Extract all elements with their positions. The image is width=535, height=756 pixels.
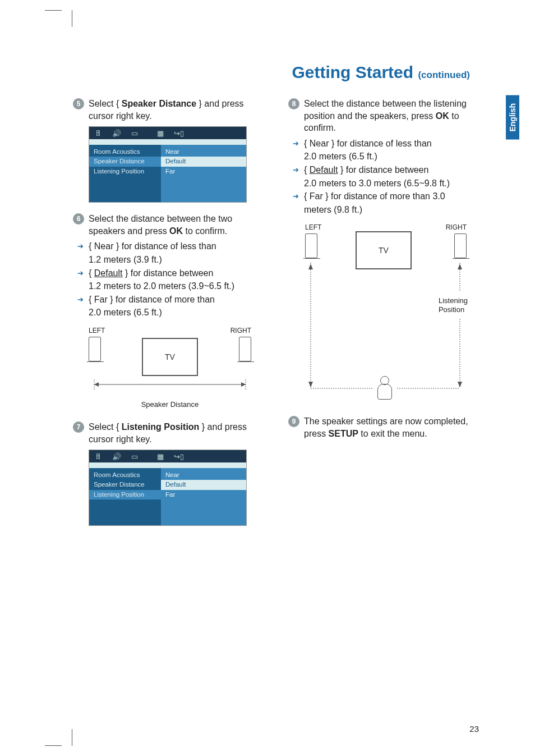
right-column: 8 Select the distance between the listen… xyxy=(288,98,485,536)
text-bold: OK xyxy=(436,111,449,121)
menu-tabs: 🎚 🔊 ▭ ▦ ↪▯ xyxy=(89,450,246,462)
text: 2.0 meters to 3.0 meters (6.5~9.8 ft.) xyxy=(288,177,485,190)
menu-item: Speaker Distance xyxy=(94,480,156,489)
step-7: 7 Select { Listening Position } and pres… xyxy=(73,421,269,445)
step-number: 6 xyxy=(73,213,84,224)
text-bold: Speaker Distance xyxy=(122,99,196,108)
label-left: LEFT xyxy=(89,327,105,335)
step-5: 5 Select { Speaker Distance } and press … xyxy=(73,98,269,122)
step-number: 5 xyxy=(73,98,84,109)
menu-option: Near xyxy=(165,147,242,157)
menu-right-panel: Near Default Far xyxy=(161,468,246,525)
bullet-far: { Far } for distance of more than 3.0 xyxy=(288,190,485,203)
page-number: 23 xyxy=(469,724,479,734)
title-text: Getting Started xyxy=(292,63,413,81)
diagram-speaker-distance: LEFT RIGHT TV Speaker Distance xyxy=(89,327,251,409)
step-number: 9 xyxy=(288,416,299,427)
crop-marks-bottom xyxy=(45,729,72,746)
menu-speaker-distance: 🎚 🔊 ▭ ▦ ↪▯ Room Acoustics Speaker Distan… xyxy=(89,126,247,203)
text: 2.0 meters (6.5 ft.) xyxy=(73,306,269,319)
text-bold: OK xyxy=(169,226,183,236)
menu-option-selected: Default xyxy=(161,480,246,489)
section-title: Getting Started (continued) xyxy=(73,63,485,82)
text-bold: SETUP xyxy=(329,429,358,438)
tab-icon: 🔊 xyxy=(112,129,121,138)
menu-option: Far xyxy=(165,167,242,176)
menu-item: Listening Position xyxy=(94,167,156,176)
diagram-listening-position: LEFT RIGHT TV ListeningPosition xyxy=(302,223,470,403)
menu-listening-position: 🎚 🔊 ▭ ▦ ↪▯ Room Acoustics Speaker Distan… xyxy=(89,450,247,526)
menu-right-panel: Near Default Far xyxy=(161,145,246,202)
tab-icon: 🎚 xyxy=(95,452,102,461)
text: to exit the menu. xyxy=(358,429,427,438)
menu-tabs: 🎚 🔊 ▭ ▦ ↪▯ xyxy=(89,127,246,139)
left-column: 5 Select { Speaker Distance } and press … xyxy=(73,98,269,536)
speaker-left-icon xyxy=(89,337,101,361)
menu-option-selected: Default xyxy=(161,157,246,166)
menu-left-panel: Room Acoustics Speaker Distance Listenin… xyxy=(89,145,161,202)
menu-option: Near xyxy=(165,470,242,480)
text-underlined: Default xyxy=(94,268,123,278)
text: } for distance between xyxy=(338,165,429,175)
bullet-near: { Near } for distance of less than xyxy=(73,240,269,253)
menu-item: Room Acoustics xyxy=(94,470,156,480)
menu-item-active: Listening Position xyxy=(89,490,161,500)
text: Select { xyxy=(89,99,122,108)
bullet-default: { Default } for distance between xyxy=(73,267,269,280)
tab-icon: 🔊 xyxy=(112,452,121,461)
bullet-near: { Near } for distance of less than xyxy=(288,138,485,150)
menu-item-active: Speaker Distance xyxy=(89,157,161,166)
text-bold: Listening Position xyxy=(122,422,200,432)
label-speaker-distance: Speaker Distance xyxy=(89,400,251,409)
svg-marker-15 xyxy=(308,382,313,387)
speaker-right-icon xyxy=(239,337,251,361)
person-icon xyxy=(377,376,393,400)
svg-marker-11 xyxy=(458,382,462,387)
svg-marker-1 xyxy=(94,382,99,387)
tv-icon: TV xyxy=(142,338,198,376)
svg-marker-10 xyxy=(458,264,462,269)
tab-icon: ▭ xyxy=(131,452,138,461)
text: to confirm. xyxy=(183,226,227,236)
svg-marker-2 xyxy=(241,382,246,387)
text: meters (9.8 ft.) xyxy=(288,204,485,216)
crop-marks-top xyxy=(45,10,72,27)
title-continued: (continued) xyxy=(418,70,470,80)
tab-icon: ▭ xyxy=(131,129,138,138)
text: Select { xyxy=(89,422,122,432)
tab-icon: 🎚 xyxy=(95,129,102,138)
text: { xyxy=(304,165,310,175)
step-6: 6 Select the distance between the two sp… xyxy=(73,213,269,237)
text: 2.0 meters (6.5 ft.) xyxy=(288,150,485,163)
menu-left-panel: Room Acoustics Speaker Distance Listenin… xyxy=(89,468,161,525)
text: 1.2 meters to 2.0 meters (3.9~6.5 ft.) xyxy=(73,280,269,292)
step-number: 8 xyxy=(288,98,299,109)
step-number: 7 xyxy=(73,421,84,433)
text-underlined: Default xyxy=(310,165,338,175)
tab-icon: ↪▯ xyxy=(174,129,184,138)
menu-item: Room Acoustics xyxy=(94,147,156,157)
tab-icon: ▦ xyxy=(157,452,164,461)
step-8: 8 Select the distance between the listen… xyxy=(288,98,485,134)
label-right: RIGHT xyxy=(230,327,251,335)
tab-icon: ↪▯ xyxy=(174,452,184,461)
text: { xyxy=(89,268,94,278)
bullet-far: { Far } for distance of more than xyxy=(73,294,269,306)
text: } for distance between xyxy=(123,268,214,278)
text: 1.2 meters (3.9 ft.) xyxy=(73,254,269,266)
menu-option: Far xyxy=(165,490,242,500)
tab-icon: ▦ xyxy=(157,129,164,138)
distance-arrow-icon xyxy=(89,378,251,391)
svg-marker-14 xyxy=(308,264,313,269)
bullet-default: { Default } for distance between xyxy=(288,164,485,176)
step-9: 9 The speaker settings are now completed… xyxy=(288,415,485,439)
